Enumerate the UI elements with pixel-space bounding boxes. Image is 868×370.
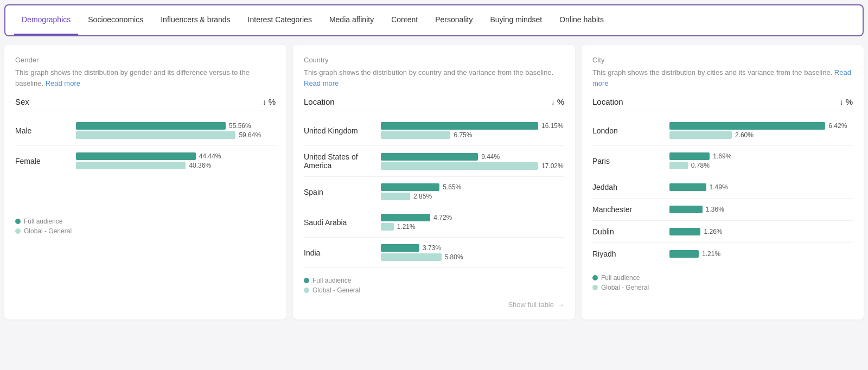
city-riyadh-label: Riyadh: [592, 250, 663, 258]
country-card-desc: This graph shows the distribution by cou…: [304, 67, 564, 88]
city-riyadh-primary-bar-row: 1.21%: [669, 250, 853, 258]
city-london-secondary-pct: 2.60%: [735, 131, 758, 139]
city-col-label: Location: [592, 97, 623, 106]
country-sa-primary-bar: [381, 214, 430, 221]
country-col-label: Location: [304, 97, 335, 106]
tab-socioeconomics[interactable]: Socioeconomics: [80, 5, 151, 35]
tab-personality[interactable]: Personality: [427, 5, 480, 35]
gender-female-secondary-bar: [76, 162, 186, 169]
city-table-header: Location ↓ %: [592, 97, 853, 111]
country-spain-label: Spain: [304, 188, 374, 196]
gender-male-secondary-bar: [76, 131, 235, 139]
city-card: City This graph shows the distribution b…: [582, 45, 864, 320]
gender-male-secondary-bar-row: 59.64%: [76, 131, 276, 139]
city-london-primary-pct: 6.42%: [828, 122, 851, 130]
country-sa-label: Saudi Arabia: [304, 218, 374, 227]
country-us-secondary-bar-row: 17.02%: [381, 162, 564, 170]
country-spain-row: Spain 5.65% 2.85%: [304, 177, 564, 207]
city-jeddah-primary-pct: 1.49%: [710, 183, 732, 191]
city-paris-bars: 1.69% 0.78%: [669, 152, 853, 169]
country-legend-secondary-label: Global - General: [312, 286, 360, 294]
country-spain-primary-pct: 5.65%: [443, 183, 465, 191]
legend-secondary-dot: [15, 228, 21, 234]
country-legend-primary-dot: [304, 278, 309, 283]
tab-content[interactable]: Content: [384, 5, 425, 35]
city-manchester-row: Manchester 1.36%: [592, 199, 853, 221]
city-jeddah-primary-bar-row: 1.49%: [669, 183, 853, 191]
city-manchester-primary-bar: [669, 206, 703, 213]
country-uk-secondary-bar: [381, 131, 450, 139]
city-dublin-row: Dublin 1.26%: [592, 221, 853, 243]
country-uk-secondary-pct: 6.75%: [454, 131, 476, 139]
city-legend-secondary-dot: [592, 285, 598, 290]
country-table-header: Location ↓ %: [304, 97, 564, 111]
country-india-row: India 3.73% 5.80%: [304, 238, 564, 268]
city-legend: Full audience Global - General: [592, 274, 853, 291]
country-legend-primary-label: Full audience: [312, 277, 351, 284]
gender-col-label: Sex: [15, 97, 29, 106]
show-full-table-link[interactable]: Show full table →: [304, 301, 564, 309]
tab-interest-categories[interactable]: Interest Categories: [240, 5, 320, 35]
country-sa-row: Saudi Arabia 4.72% 1.21%: [304, 207, 564, 238]
arrow-right-icon: →: [557, 301, 564, 309]
city-paris-secondary-pct: 0.78%: [691, 162, 714, 169]
country-sa-primary-bar-row: 4.72%: [381, 214, 564, 221]
gender-female-label: Female: [15, 157, 69, 165]
city-paris-primary-bar-row: 1.69%: [669, 152, 853, 160]
country-us-label: United States of America: [304, 152, 374, 170]
city-dublin-primary-pct: 1.26%: [704, 228, 726, 235]
legend-primary-label: Full audience: [24, 218, 62, 225]
city-jeddah-row: Jeddah 1.49%: [592, 176, 853, 199]
country-spain-primary-bar: [381, 183, 439, 191]
tab-online-habits[interactable]: Online habits: [552, 5, 611, 35]
tab-influencers[interactable]: Influencers & brands: [153, 5, 238, 35]
city-dublin-bars: 1.26%: [669, 228, 853, 235]
country-sa-secondary-pct: 1.21%: [397, 223, 420, 231]
country-uk-primary-bar-row: 16.15%: [381, 122, 564, 130]
gender-col-pct: ↓ %: [263, 97, 276, 106]
country-india-secondary-bar: [381, 253, 442, 261]
country-legend: Full audience Global - General: [304, 277, 564, 294]
city-riyadh-primary-pct: 1.21%: [702, 250, 725, 258]
city-paris-primary-bar: [669, 152, 710, 160]
gender-male-primary-pct: 55.56%: [229, 122, 252, 130]
gender-table-header: Sex ↓ %: [15, 97, 276, 111]
gender-read-more[interactable]: Read more: [46, 79, 80, 87]
country-read-more[interactable]: Read more: [304, 79, 339, 87]
city-dublin-label: Dublin: [592, 227, 663, 236]
country-us-bars: 9.44% 17.02%: [381, 153, 564, 170]
city-riyadh-primary-bar: [669, 250, 699, 258]
country-uk-label: United Kingdom: [304, 126, 374, 135]
city-sort-arrow-icon: ↓: [840, 98, 844, 106]
country-uk-bars: 16.15% 6.75%: [381, 122, 564, 139]
country-us-secondary-bar: [381, 162, 538, 170]
gender-male-primary-bar-row: 55.56%: [76, 122, 276, 130]
city-legend-secondary-label: Global - General: [601, 284, 649, 291]
city-paris-label: Paris: [592, 157, 663, 165]
tab-demographics[interactable]: Demographics: [14, 5, 78, 35]
city-manchester-primary-bar-row: 1.36%: [669, 206, 853, 213]
city-london-label: London: [592, 126, 663, 135]
country-us-row: United States of America 9.44% 17.02%: [304, 146, 564, 177]
cards-grid: Gender This graph shows the distribution…: [4, 45, 864, 320]
country-us-primary-bar: [381, 153, 478, 161]
country-card: Country This graph shows the distributio…: [293, 45, 575, 320]
country-uk-primary-bar: [381, 122, 538, 130]
city-paris-primary-pct: 1.69%: [713, 152, 736, 160]
city-london-primary-bar-row: 6.42%: [669, 122, 853, 130]
city-jeddah-bars: 1.49%: [669, 183, 853, 191]
gender-female-secondary-bar-row: 40.36%: [76, 162, 276, 169]
tab-buying-mindset[interactable]: Buying mindset: [482, 5, 550, 35]
tab-media-affinity[interactable]: Media affinity: [322, 5, 381, 35]
city-legend-primary-label: Full audience: [601, 274, 640, 282]
country-us-primary-pct: 9.44%: [481, 153, 504, 161]
country-sa-primary-pct: 4.72%: [433, 214, 456, 221]
city-col-pct: ↓ %: [840, 97, 853, 106]
tab-navigation: Demographics Socioeconomics Influencers …: [4, 4, 864, 36]
city-dublin-primary-bar-row: 1.26%: [669, 228, 853, 235]
country-sa-secondary-bar: [381, 223, 394, 231]
country-india-primary-pct: 3.73%: [423, 244, 445, 252]
country-sa-secondary-bar-row: 1.21%: [381, 223, 564, 231]
country-india-bars: 3.73% 5.80%: [381, 244, 564, 261]
city-manchester-primary-pct: 1.36%: [706, 206, 729, 213]
